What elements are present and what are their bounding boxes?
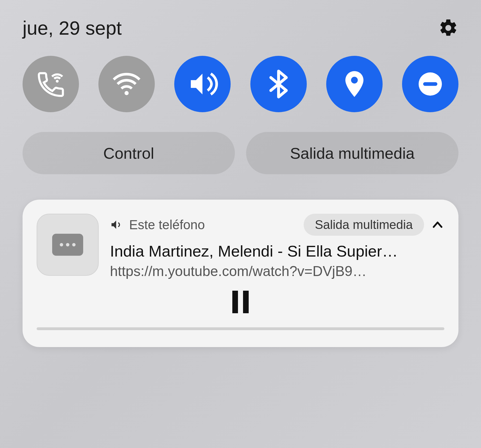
chevron-up-icon [431,218,444,231]
control-devices-button[interactable]: Control [23,132,235,174]
pause-button[interactable] [232,291,249,313]
svg-rect-4 [423,82,437,86]
quick-toggle-row [23,56,458,112]
media-info: Este teléfono Salida multimedia India Ma… [110,214,444,279]
collapse-button[interactable] [431,218,444,231]
bluetooth-icon [263,69,294,100]
svg-point-0 [56,80,59,83]
notification-panel: jue, 29 sept Control Salida multimedia [0,0,481,358]
wifi-icon [111,69,142,100]
wifi-calling-icon [35,69,66,100]
media-output-chip[interactable]: Salida multimedia [304,214,424,236]
wifi-calling-toggle[interactable] [23,56,79,112]
bluetooth-toggle[interactable] [250,56,307,112]
media-notification-card: Este teléfono Salida multimedia India Ma… [23,200,458,347]
wifi-toggle[interactable] [98,56,155,112]
media-url: https://m.youtube.com/watch?v=DVjB9… [110,263,444,279]
media-meta-row: Este teléfono Salida multimedia [110,214,444,236]
output-device-text: Este teléfono [129,217,297,232]
settings-button[interactable] [438,18,458,38]
svg-point-2 [351,77,358,83]
media-output-label: Salida multimedia [290,144,415,162]
date-text: jue, 29 sept [23,17,122,39]
media-top-row: Este teléfono Salida multimedia India Ma… [37,214,444,279]
location-icon [339,69,370,100]
header-row: jue, 29 sept [23,17,458,39]
dnd-toggle[interactable] [402,56,458,112]
dnd-icon [415,69,446,100]
pause-icon [243,291,249,313]
thumbnail-placeholder-icon [52,234,83,256]
speaker-icon [110,219,122,231]
sound-icon [187,69,218,100]
media-thumbnail[interactable] [37,214,99,276]
location-toggle[interactable] [326,56,383,112]
media-title: India Martinez, Melendi - Si Ella Supier… [110,242,444,260]
media-progress-bar[interactable] [37,327,444,330]
button-pill-row: Control Salida multimedia [23,132,458,174]
pause-icon [232,291,238,313]
sound-toggle[interactable] [174,56,231,112]
media-controls-row [37,291,444,313]
gear-icon [438,18,458,38]
svg-point-1 [125,91,129,95]
media-output-button[interactable]: Salida multimedia [246,132,458,174]
control-label: Control [103,144,154,162]
